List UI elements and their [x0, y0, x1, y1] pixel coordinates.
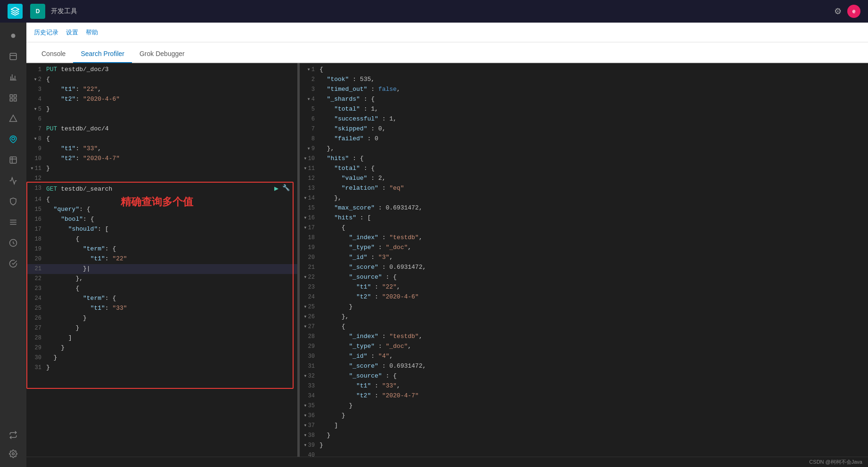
code-line: 34 "t2" : "2020-4-7" [300, 391, 868, 401]
code-line: ▾16 "hits" : [ [300, 213, 868, 223]
right-code-editor[interactable]: ▾1{2 "took" : 535,3 "timed_out" : false,… [300, 63, 868, 457]
line-content: } [319, 302, 868, 312]
line-number: 31 [26, 363, 46, 372]
code-line: 16 "bool": { [26, 215, 297, 225]
sidebar-icon-siem[interactable] [4, 192, 23, 211]
code-line: 3 "t1": "22", [26, 85, 297, 95]
left-code-editor[interactable]: 1PUT testdb/_doc/3▾2{3 "t1": "22",4 "t2"… [26, 63, 297, 457]
code-line: 8 "failed" : 0 [300, 134, 868, 144]
run-button[interactable]: ▶ [274, 184, 278, 195]
sidebar-icon-uptime[interactable] [4, 254, 23, 273]
line-content: "_type" : "_doc", [319, 243, 868, 253]
tab-search-profiler[interactable]: Search Profiler [73, 45, 132, 63]
svg-point-8 [12, 137, 15, 140]
line-number: 23 [26, 284, 46, 293]
sidebar-icon-apm[interactable] [4, 234, 23, 252]
app-logo[interactable] [8, 4, 23, 19]
sidebar-icon-home[interactable] [4, 26, 23, 45]
code-line: 18 "_index" : "testdb", [300, 233, 868, 243]
sidebar-icon-logs[interactable] [4, 213, 23, 232]
sidebar-icon-gear[interactable] [4, 444, 23, 463]
line-content: "total" : { [319, 164, 868, 174]
code-line: ▾9 }, [300, 144, 868, 154]
line-content: "t1": "33" [46, 304, 297, 314]
code-line: ▾36 } [300, 411, 868, 421]
dev-tools-icon[interactable]: D [30, 4, 45, 19]
right-panel: ▾1{2 "took" : 535,3 "timed_out" : false,… [299, 63, 868, 457]
line-number: 23 [300, 282, 319, 292]
code-line: 29 } [26, 343, 297, 353]
line-number: ▾38 [300, 431, 319, 440]
line-content: GET testdb/_search ▶ 🔧 [46, 184, 297, 195]
tab-grok-debugger[interactable]: Grok Debugger [132, 45, 192, 63]
svg-rect-3 [10, 95, 12, 97]
line-content: "failed" : 0 [319, 134, 868, 144]
sidebar-icon-maps[interactable] [4, 130, 23, 149]
line-number: 28 [300, 332, 319, 341]
code-line: 22 }, [26, 274, 297, 284]
line-number: 25 [26, 304, 46, 313]
line-number: 15 [300, 203, 319, 213]
line-content: "should": [ [46, 225, 297, 234]
line-content: "_shards" : { [319, 95, 868, 105]
line-content: "max_score" : 0.6931472, [319, 203, 868, 213]
code-line: 7 "skipped" : 0, [300, 124, 868, 134]
line-number: 26 [26, 314, 46, 323]
line-number: ▾37 [300, 421, 319, 430]
wrench-icon[interactable]: 🔧 [282, 184, 290, 195]
sidebar-bottom [4, 426, 23, 463]
line-number: 40 [300, 451, 319, 457]
line-content: { [46, 234, 297, 244]
sidebar-icon-dashboard[interactable] [4, 89, 23, 107]
line-number: 19 [300, 243, 319, 252]
line-number: 21 [26, 264, 46, 274]
code-line: ▾32 "_source" : { [300, 371, 868, 381]
code-line: 14{ [26, 195, 297, 205]
sidebar-icon-metrics[interactable] [4, 171, 23, 190]
settings-link[interactable]: 设置 [66, 28, 78, 37]
line-number: 22 [26, 274, 46, 283]
line-content: ] [46, 333, 297, 343]
avatar[interactable]: e [847, 5, 860, 18]
sidebar-icon-stack[interactable] [4, 426, 23, 444]
line-number: ▾25 [300, 302, 319, 312]
line-content: } [46, 314, 297, 323]
settings-icon[interactable]: ⚙ [834, 6, 842, 16]
line-content: }, [319, 144, 868, 154]
line-content: "_score" : 0.6931472, [319, 362, 868, 371]
line-number: 30 [300, 352, 319, 361]
code-line: 27 } [26, 323, 297, 333]
sidebar [0, 23, 26, 467]
svg-marker-7 [10, 115, 17, 122]
line-number: ▾8 [26, 134, 46, 144]
code-line: ▾11 "total" : { [300, 164, 868, 174]
content-area: 历史记录 设置 帮助 Console Search Profiler Grok … [26, 23, 868, 467]
line-number: ▾2 [26, 75, 46, 84]
sidebar-icon-canvas[interactable] [4, 109, 23, 128]
code-line: ▾14 }, [300, 193, 868, 203]
line-content: "_source" : { [319, 273, 868, 282]
sidebar-icon-ml[interactable] [4, 151, 23, 169]
line-content: }, [319, 312, 868, 322]
line-content: } [46, 105, 297, 114]
line-number: 27 [26, 323, 46, 333]
line-number: 29 [300, 342, 319, 351]
code-line: 24 "term": { [26, 294, 297, 304]
line-number: 13 [26, 184, 46, 193]
line-number: 9 [26, 144, 46, 153]
history-link[interactable]: 历史记录 [34, 28, 58, 37]
code-line: ▾10 "hits" : { [300, 154, 868, 164]
help-link[interactable]: 帮助 [86, 28, 98, 37]
code-line: ▾11} [26, 164, 297, 174]
line-content: { [46, 134, 297, 144]
code-line: 31} [26, 363, 297, 373]
sidebar-icon-visualize[interactable] [4, 68, 23, 87]
code-line: ▾27 { [300, 322, 868, 332]
line-number: 24 [300, 292, 319, 302]
tab-console[interactable]: Console [34, 45, 73, 63]
line-content: }, [319, 193, 868, 203]
line-number: ▾35 [300, 401, 319, 411]
line-content: } [319, 441, 868, 451]
sidebar-icon-discover[interactable] [4, 47, 23, 66]
line-number: 6 [300, 114, 319, 124]
